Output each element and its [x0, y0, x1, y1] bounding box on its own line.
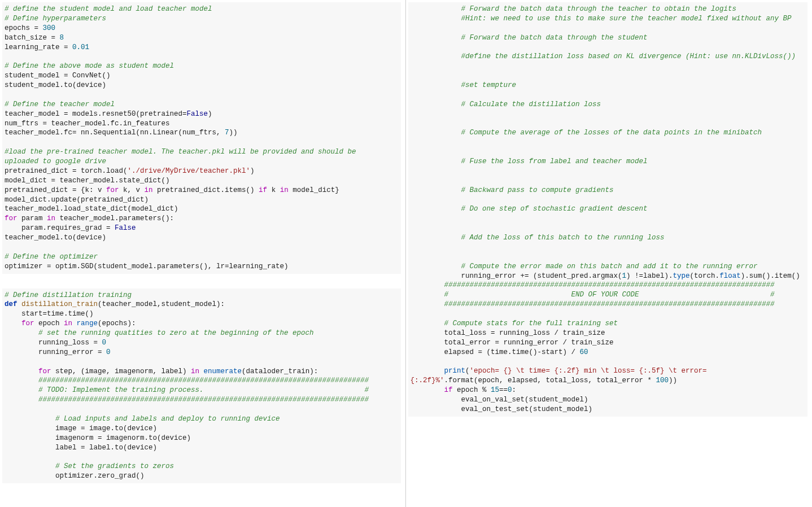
code: (torch. [690, 272, 720, 280]
code: ).sum().item() [741, 272, 800, 280]
code: running_error += (student_pred.argmax( [411, 272, 622, 280]
bool: False [187, 110, 208, 118]
comment: # Define distillation training [5, 291, 132, 299]
code: imagenorm = imagenorm.to(device) [5, 434, 191, 442]
code: (epochs): [98, 320, 136, 327]
code: num_ftrs = teacher_model.fc.in_features [5, 120, 170, 128]
cell-gap [0, 276, 405, 286]
kw: in [280, 186, 289, 194]
comment: ########################################… [411, 300, 775, 308]
bool: False [115, 224, 136, 232]
code: ) !=label). [626, 272, 673, 280]
comment: #set tempture [411, 81, 517, 89]
code: eval_on_test_set(student_model) [411, 405, 593, 413]
kw: in [64, 320, 72, 327]
code: teacher_model.parameters(): [55, 215, 174, 222]
code: total_loss = running_loss / train_size [411, 329, 605, 337]
code: .format(epoch, elapsed, total_loss, tota… [444, 377, 656, 384]
code: param [18, 215, 47, 222]
num: 7 [225, 129, 229, 137]
kw: for [5, 320, 34, 327]
kw: in [145, 186, 153, 194]
code: student_model = ConvNet() [5, 72, 111, 80]
code: (dataloder_train): [242, 368, 318, 375]
comment: # Fuse the loss from label and teacher m… [411, 158, 648, 165]
code: optimizer.zero_grad() [5, 472, 145, 480]
num: 300 [43, 24, 56, 32]
num: 15 [491, 386, 499, 394]
code: k [267, 186, 280, 194]
code: pretrained_dict = torch.load( [5, 167, 128, 175]
num: 1 [622, 272, 627, 280]
comment: # Define the teacher model [5, 100, 115, 108]
comment: # Define the above mode as student model [5, 62, 174, 70]
code: running_error = [5, 348, 106, 356]
kw-def: def [5, 300, 18, 308]
code: learning_rate = [5, 43, 72, 51]
comment: # Calculate the distillation loss [411, 100, 601, 108]
code: model_dict = teacher_model.state_dict() [5, 177, 170, 185]
kw: for [5, 368, 51, 375]
comment: #load the pre-trained teacher model. The… [5, 148, 356, 156]
code-cell-3[interactable]: # Forward the batch data through the tea… [408, 2, 808, 417]
code: optimizer = optim.SGD(student_model.para… [5, 263, 289, 270]
code: (teacher_model,student_model): [98, 300, 225, 308]
kw: if [411, 386, 453, 394]
code: teacher_model.to(device) [5, 234, 106, 242]
comment: #Hint: we need to use this to make sure … [411, 15, 792, 23]
comment: # set the running quatities to zero at t… [5, 329, 314, 337]
kw: if [259, 186, 267, 194]
builtin: range [77, 320, 98, 327]
comment: # Compute stats for the full training se… [411, 320, 618, 327]
code: student_model.to(device) [5, 81, 106, 89]
code: : [512, 386, 517, 394]
code: teacher_model.fc= nn.Sequential(nn.Linea… [5, 129, 225, 137]
code: epoch % [453, 386, 491, 394]
comment: # Forward the batch data through the stu… [411, 34, 648, 42]
code: batch_size = [5, 34, 60, 42]
comment: # Define the optimizer [5, 253, 98, 261]
code: pretrained_dict = {k: v [5, 186, 106, 194]
comment: # Compute the error made on this batch a… [411, 263, 758, 270]
comment: ########################################… [5, 396, 369, 404]
code: == [499, 386, 508, 394]
string: {:.2f}%' [411, 377, 444, 384]
comment: #define the distillation loss based on K… [411, 53, 796, 60]
sp [199, 368, 204, 375]
comment: # Add the loss of this batch to the runn… [411, 234, 665, 242]
kw: for [5, 215, 18, 222]
code: epochs = [5, 24, 43, 32]
code: image = image.to(device) [5, 425, 157, 432]
left-column: # define the student model and load teac… [0, 0, 405, 507]
fn-name: distillation_train [21, 300, 98, 308]
comment: ########################################… [411, 281, 775, 289]
comment: uploaded to google drive [5, 158, 106, 165]
kw: for [106, 186, 119, 194]
comment: # TODO: Implement the training process. … [5, 386, 369, 394]
builtin: type [673, 272, 690, 280]
code: )) [669, 377, 677, 384]
code: total_error = running_error / train_size [411, 339, 614, 347]
code-cell-1[interactable]: # define the student model and load teac… [2, 2, 401, 274]
comment: # Load inputs and labels and deploy to r… [5, 415, 280, 423]
code-cell-2[interactable]: # Define distillation training def disti… [2, 289, 401, 484]
code: model_dict.update(pretrained_dict) [5, 196, 149, 204]
sp [72, 320, 77, 327]
code: teacher_model.load_state_dict(model_dict… [5, 205, 178, 213]
comment: # Set the gradients to zeros [5, 462, 174, 470]
code: )) [229, 129, 238, 137]
comment: # Forward the batch data through the tea… [411, 5, 737, 13]
code: ) [250, 167, 255, 175]
comment: # Backward pass to compute gradients [411, 186, 614, 194]
code: ( [465, 367, 470, 375]
code: step, (image, imagenorm, label) [51, 368, 191, 375]
comment: # END OF YOUR CODE # [411, 291, 775, 299]
num: 60 [580, 348, 588, 356]
code: k, v [119, 186, 145, 194]
num: 0 [508, 386, 512, 394]
comment: # Do one step of stochastic gradient des… [411, 205, 648, 213]
right-column: # Forward the batch data through the tea… [406, 0, 813, 507]
code: start=time.time() [5, 310, 94, 318]
code: epoch [34, 320, 64, 327]
builtin: print [411, 367, 466, 375]
